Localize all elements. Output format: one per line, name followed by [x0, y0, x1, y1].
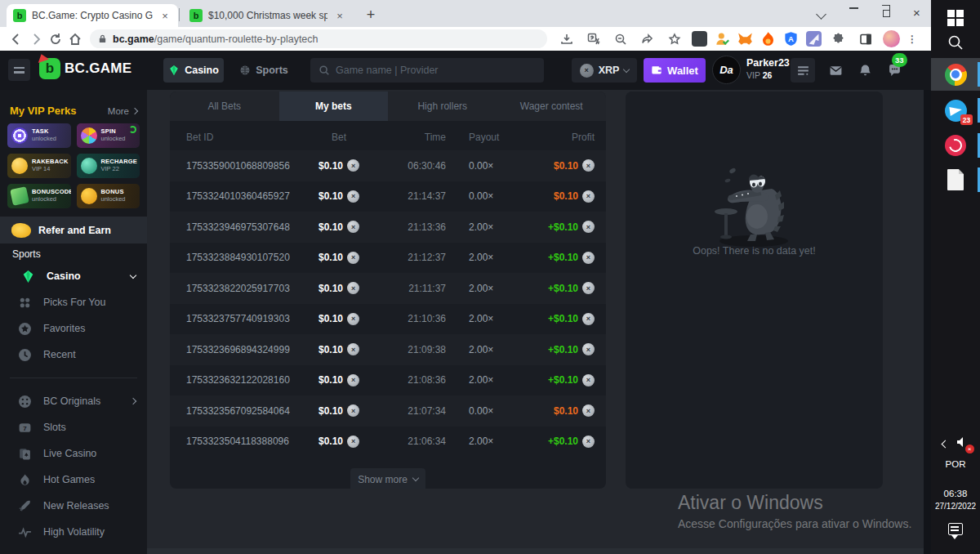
sidebar-item-bc-originals[interactable]: BC Originals [0, 388, 147, 414]
user-info[interactable]: Parker23 VIP 26 [746, 57, 790, 80]
sidebar-item-live-casino[interactable]: Live Casino [0, 440, 147, 467]
browser-tab-strip: b BC.Game: Crypto Casino Games b $10,000… [0, 0, 931, 27]
share-icon[interactable] [638, 29, 657, 49]
zoom-out-icon[interactable] [611, 29, 630, 49]
sidebar-item-high-volatility[interactable]: High Volatility [0, 519, 147, 545]
back-icon[interactable] [7, 29, 26, 49]
bet-table-row[interactable]: 1753323632122028160$0.10×21:08:362.00×+$… [170, 365, 606, 396]
reload-icon[interactable] [46, 29, 65, 49]
tray-expand-icon[interactable] [941, 440, 949, 448]
bet-table-row[interactable]: 1753323822025917703$0.10×21:11:372.00×+$… [170, 273, 606, 304]
taskbar-search-button[interactable] [931, 26, 980, 59]
bet-table-row[interactable]: 1753323504118388096$0.10×21:06:342.00×+$… [170, 427, 606, 458]
currency-selector[interactable]: × XRP [572, 58, 637, 83]
bet-table-row[interactable]: 1753324010360465927$0.10×21:14:370.00×$0… [170, 181, 606, 212]
bet-table-row[interactable]: 1753323946975307648$0.10×21:13:362.00×+$… [170, 212, 606, 243]
perk-subtitle: VIP 14 [32, 166, 69, 173]
browser-tab-active[interactable]: b BC.Game: Crypto Casino Games [7, 4, 178, 27]
vip-perks-more-button[interactable]: More [108, 106, 137, 116]
wallet-button[interactable]: Wallet [644, 58, 706, 83]
shield-ext-icon[interactable]: A [783, 31, 799, 47]
vip-perk-card-task[interactable]: TASKunlocked [7, 123, 71, 148]
toolbar-icons: A ⋮ [557, 29, 917, 49]
taskbar-document-button[interactable] [931, 163, 980, 196]
bet-table-row[interactable]: 1753323757740919303$0.10×21:10:362.00×+$… [170, 304, 606, 335]
bell-icon[interactable] [853, 58, 877, 83]
translate-icon[interactable] [584, 29, 604, 49]
home-icon[interactable] [65, 29, 85, 49]
mail-icon[interactable] [823, 58, 848, 83]
profile-avatar[interactable] [883, 30, 900, 47]
volume-muted-icon[interactable] [956, 436, 969, 451]
sidebar-item-new-releases[interactable]: New Releases [0, 493, 147, 519]
bet-time: 06:30:46 [368, 160, 446, 172]
browser-tab-2[interactable]: b $10,000 Christmas week special [183, 4, 353, 27]
game-search[interactable] [310, 58, 544, 83]
vip-perk-card-bonus[interactable]: BONUSunlocked [77, 184, 140, 208]
nav-sports-button[interactable]: Sports [235, 58, 292, 83]
taskbar-chrome-button[interactable] [931, 58, 980, 91]
sidebar-item-hot-games[interactable]: Hot Games [0, 467, 147, 493]
clock-time[interactable]: 06:38 [931, 489, 980, 498]
browser-menu-icon[interactable]: ⋮ [907, 34, 917, 45]
search-input[interactable] [336, 65, 536, 76]
extension-person-icon[interactable] [715, 31, 730, 47]
taskbar-red-app-button[interactable] [931, 129, 980, 162]
bookmark-star-icon[interactable] [665, 29, 684, 49]
sidebar-item-partial[interactable] [0, 546, 147, 554]
tab-close-icon[interactable] [333, 9, 346, 22]
bcgame-site: b BC.GAME Casino Sports × XRP [0, 51, 931, 554]
bcgame-logo[interactable]: b BC.GAME [39, 58, 131, 79]
clock-date[interactable]: 27/12/2022 [931, 502, 980, 511]
sidebar-item-casino[interactable]: Casino [0, 263, 147, 289]
flame-ext-icon[interactable] [760, 31, 776, 47]
vip-perk-card-rakeback[interactable]: RAKEBACKVIP 14 [7, 154, 71, 178]
refer-and-earn-banner[interactable]: Refer and Earn [0, 217, 147, 243]
xrp-coin-icon: × [582, 404, 595, 417]
language-indicator[interactable]: POR [931, 459, 980, 469]
action-center-button[interactable] [931, 523, 980, 538]
user-avatar[interactable]: Da [712, 56, 741, 84]
forward-icon[interactable] [26, 29, 46, 49]
sidebar-item-favorites[interactable]: Favorites [0, 315, 147, 342]
bet-queue-icon[interactable] [791, 58, 815, 83]
extensions-puzzle-icon[interactable] [829, 29, 849, 49]
minimize-icon[interactable] [848, 7, 859, 19]
nav-casino-button[interactable]: Casino [163, 58, 224, 83]
vip-perk-card-spin[interactable]: SPINunlocked [77, 123, 140, 148]
page-scrollbar[interactable] [924, 90, 931, 554]
empty-state-message: Oops! There is no data yet! [626, 245, 883, 257]
bet-profit: +$0.10× [528, 282, 595, 294]
taskbar-telegram-button[interactable]: 23 [931, 94, 980, 127]
arrow-ext-icon[interactable] [806, 31, 822, 47]
bet-time: 21:11:37 [368, 283, 446, 294]
bet-table-row[interactable]: 1753359001068809856$0.10×06:30:460.00×$0… [170, 150, 606, 181]
metamask-fox-icon[interactable] [737, 31, 753, 47]
vip-perk-card-bonuscode[interactable]: BONUSCODEunlocked [7, 184, 71, 208]
close-icon[interactable] [913, 7, 924, 19]
extension-spider-icon[interactable] [692, 31, 707, 47]
tab-close-icon[interactable] [158, 9, 172, 22]
bets-tab-high-rollers[interactable]: High rollers [388, 92, 497, 121]
bets-tab-all-bets[interactable]: All Bets [170, 92, 279, 121]
sidebar-item-picks-for-you[interactable]: Picks For You [0, 289, 147, 315]
bet-table-row[interactable]: 1753323567092584064$0.10×21:07:340.00×$0… [170, 395, 606, 427]
address-bar[interactable]: bc.game/game/quantum-roulette-by-playtec… [90, 29, 547, 48]
bet-id: 1753323696894324999 [186, 344, 310, 355]
bet-payout: 0.00× [446, 405, 528, 417]
install-icon[interactable] [557, 29, 577, 49]
restore-icon[interactable] [880, 7, 892, 19]
bet-table-row[interactable]: 1753323884930107520$0.10×21:12:372.00×+$… [170, 243, 606, 274]
new-tab-button[interactable]: + [361, 5, 381, 25]
sidepanel-icon[interactable] [856, 29, 875, 49]
tab-search-icon[interactable] [815, 7, 826, 19]
vip-perk-card-recharge[interactable]: RECHARGEVIP 22 [77, 154, 140, 178]
show-more-button[interactable]: Show more [350, 468, 425, 489]
hamburger-menu-icon[interactable] [8, 59, 30, 81]
bet-table-row[interactable]: 1753323696894324999$0.10×21:09:382.00×+$… [170, 334, 606, 365]
bets-tab-wager-contest[interactable]: Wager contest [497, 92, 607, 121]
sidebar-item-recent[interactable]: Recent [0, 342, 147, 368]
sidebar-item-slots[interactable]: 7Slots [0, 414, 147, 440]
bets-tab-my-bets[interactable]: My bets [279, 92, 389, 121]
perk-subtitle: VIP 22 [101, 166, 138, 173]
